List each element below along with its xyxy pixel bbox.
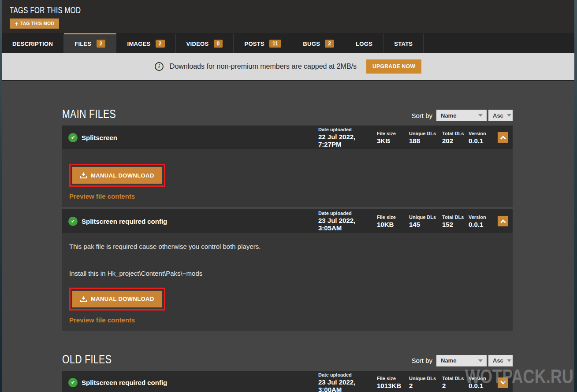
expand-file-button[interactable] — [498, 377, 508, 388]
tab-files[interactable]: FILES 2 — [64, 33, 116, 53]
file-card-splitscreen: ✔ Splitscreen Date uploaded 22 Jul 2022,… — [62, 126, 513, 207]
download-highlight-box: MANUAL DOWNLOAD — [69, 288, 165, 311]
chevron-down-icon — [507, 114, 511, 117]
file-row: ✔ Splitscreen required config Date uploa… — [62, 209, 513, 233]
tab-posts-badge: 11 — [269, 40, 281, 48]
file-ok-check-icon: ✔ — [68, 217, 78, 226]
tab-videos-badge: 0 — [214, 40, 223, 48]
file-name: Splitscreen — [82, 134, 117, 141]
stat-file-size: File size 10KB — [377, 214, 409, 228]
file-expanded-content: MANUAL DOWNLOAD Preview file contents — [62, 149, 513, 207]
sort-field-select[interactable]: Name — [436, 110, 487, 121]
chevron-up-icon — [500, 136, 506, 141]
download-icon — [80, 296, 87, 302]
tab-images[interactable]: IMAGES 2 — [116, 33, 175, 53]
stat-total-dls: Total DLs 202 — [442, 131, 469, 144]
file-card-old-splitscreen-required-config: ✔ Splitscreen required config Date uploa… — [62, 371, 513, 392]
stat-total-dls: Total DLs 2 — [442, 376, 469, 389]
file-stats: Date uploaded 23 Jul 2022, 3:05AM File s… — [318, 211, 508, 232]
collapse-file-button[interactable] — [498, 216, 508, 226]
tag-this-mod-label: TAG THIS MOD — [20, 21, 54, 26]
page: TAGS FOR THIS MOD + TAG THIS MOD DESCRIP… — [2, 0, 574, 392]
sort-by-label: Sort by — [411, 357, 432, 364]
stat-unique-dls: Unique DLs 145 — [409, 214, 442, 228]
sort-controls: Sort by Name Asc — [411, 110, 513, 121]
tab-bugs-badge: 2 — [325, 40, 334, 48]
stat-file-size: File size 1013KB — [377, 376, 409, 389]
sort-by-label: Sort by — [411, 112, 432, 119]
file-row: ✔ Splitscreen Date uploaded 22 Jul 2022,… — [62, 126, 513, 149]
tab-logs[interactable]: LOGS — [345, 33, 383, 53]
plus-icon: + — [15, 22, 19, 26]
info-icon: i — [155, 62, 164, 71]
tags-header-title: TAGS FOR THIS MOD — [10, 5, 81, 15]
main-files-title: MAIN FILES — [62, 107, 116, 121]
stat-unique-dls: Unique DLs 2 — [409, 376, 442, 389]
premium-banner: i Downloads for non-premium members are … — [2, 53, 574, 81]
file-stats: Date uploaded 23 Jul 2022, 3:00AM File s… — [318, 372, 508, 392]
chevron-down-icon — [500, 379, 506, 385]
chevron-down-icon — [478, 359, 483, 362]
stat-unique-dls: Unique DLs 188 — [409, 131, 442, 144]
sort-field-select[interactable]: Name — [436, 355, 487, 366]
file-ok-check-icon: ✔ — [68, 378, 78, 387]
file-ok-check-icon: ✔ — [68, 133, 78, 142]
collapse-file-button[interactable] — [498, 132, 508, 143]
main-files-section-head: MAIN FILES Sort by Name Asc — [62, 81, 513, 121]
file-row: ✔ Splitscreen required config Date uploa… — [62, 371, 513, 392]
file-description-line: Install this in Hk_project\Content\Paks\… — [69, 270, 506, 278]
old-files-section-head: OLD FILES Sort by Name Asc — [62, 333, 513, 366]
stat-date-uploaded: Date uploaded 23 Jul 2022, 3:00AM — [318, 372, 377, 392]
files-content: MAIN FILES Sort by Name Asc ✔ — [62, 81, 513, 392]
stat-version: Version 0.0.1 — [469, 131, 498, 144]
tab-bar: DESCRIPTION FILES 2 IMAGES 2 VIDEOS 0 PO… — [2, 33, 574, 53]
chevron-up-icon — [500, 219, 506, 225]
file-name: Splitscreen required config — [82, 379, 167, 386]
stat-date-uploaded: Date uploaded 22 Jul 2022, 7:27PM — [318, 127, 377, 148]
preview-file-contents-link[interactable]: Preview file contents — [69, 192, 135, 200]
tab-bugs[interactable]: BUGS 2 — [292, 33, 345, 53]
tags-header: TAGS FOR THIS MOD + TAG THIS MOD — [2, 0, 574, 33]
tab-images-badge: 2 — [156, 40, 165, 48]
file-name: Splitscreen required config — [82, 218, 167, 225]
manual-download-button[interactable]: MANUAL DOWNLOAD — [72, 167, 162, 184]
stat-total-dls: Total DLs 152 — [442, 214, 469, 228]
preview-file-contents-link[interactable]: Preview file contents — [69, 316, 135, 324]
tab-files-badge: 2 — [97, 40, 106, 48]
sort-direction-select[interactable]: Asc — [488, 110, 513, 121]
download-icon — [80, 172, 87, 178]
sort-direction-select[interactable]: Asc — [488, 355, 513, 366]
upgrade-now-button[interactable]: UPGRADE NOW — [366, 59, 421, 74]
files-page-body: MAIN FILES Sort by Name Asc ✔ — [2, 81, 574, 392]
download-highlight-box: MANUAL DOWNLOAD — [69, 164, 165, 187]
tab-description[interactable]: DESCRIPTION — [2, 33, 64, 53]
chevron-down-icon — [507, 359, 511, 362]
stat-file-size: File size 3KB — [377, 131, 409, 144]
stat-version: Version 0.0.1 — [469, 214, 498, 228]
tab-videos[interactable]: VIDEOS 0 — [176, 33, 234, 53]
chevron-down-icon — [478, 114, 483, 117]
file-expanded-content: This pak file is required cause otherwis… — [62, 233, 513, 331]
file-stats: Date uploaded 22 Jul 2022, 7:27PM File s… — [318, 127, 508, 148]
old-files-title: OLD FILES — [62, 352, 112, 366]
file-description-line: This pak file is required cause otherwis… — [69, 243, 506, 251]
banner-message: Downloads for non-premium members are ca… — [170, 63, 357, 70]
tab-stats[interactable]: STATS — [383, 33, 424, 53]
tag-this-mod-button[interactable]: + TAG THIS MOD — [10, 18, 59, 29]
stat-date-uploaded: Date uploaded 23 Jul 2022, 3:05AM — [318, 211, 377, 232]
manual-download-button[interactable]: MANUAL DOWNLOAD — [72, 291, 162, 307]
tab-posts[interactable]: POSTS 11 — [234, 33, 292, 53]
file-card-splitscreen-required-config: ✔ Splitscreen required config Date uploa… — [62, 209, 513, 331]
stat-version: Version 0.0.1 — [469, 376, 498, 389]
sort-controls: Sort by Name Asc — [411, 355, 513, 366]
